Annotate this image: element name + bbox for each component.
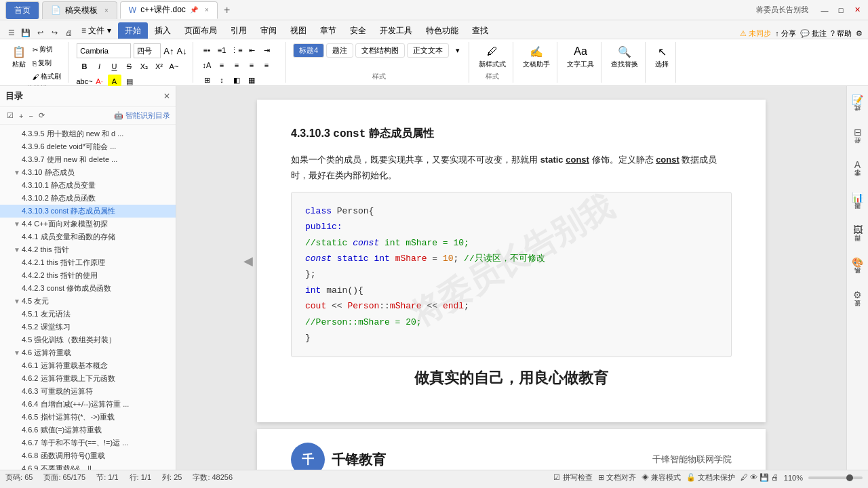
btn-indent-increase[interactable]: ⇥ [260,43,273,57]
toc-item-43101[interactable]: 4.3.10.1 静态成员变量 [0,179,176,192]
toc-item-468[interactable]: 4.6.8 函数调用符号()重载 [0,449,176,462]
toc-item-4423[interactable]: 4.4.2.3 const 修饰成员函数 [0,282,176,295]
font-size-input[interactable] [134,43,161,58]
tab-layout[interactable]: 页面布局 [178,22,224,39]
toc-item-465[interactable]: 4.6.5 指针运算符(*、->)重载 [0,411,176,424]
tab-home[interactable]: 首页 [5,1,39,19]
toc-item-4422[interactable]: 4.4.2.2 this 指针的使用 [0,269,176,282]
qa-redo[interactable]: ↪ [48,26,60,39]
toc-item-462[interactable]: 4.6.2 运算符重载上下元函数 [0,372,176,385]
btn-align-center[interactable]: ≡ [230,58,243,72]
sidebar-art-icon[interactable]: A [850,157,866,173]
tab-template[interactable]: 📄 稿夹模板 × [42,1,117,19]
window-maximize[interactable]: □ [835,5,846,16]
tab-security[interactable]: 安全 [343,22,373,39]
btn-line-spacing[interactable]: ↕ [215,73,229,87]
btn-indent-decrease[interactable]: ⇤ [245,43,258,57]
btn-subscript[interactable]: X₂ [138,60,151,73]
sidebar-settings-icon[interactable]: ⚙ [850,287,866,303]
tab-template-close[interactable]: × [104,7,108,14]
btn-text-tools[interactable]: Aa 文字工具 [564,43,597,70]
zoom-thumb[interactable] [846,474,853,481]
toc-item-453[interactable]: 4.5 强化训练（数组类封装） [0,333,176,346]
help-btn[interactable]: ? 帮助 [831,28,852,39]
btn-shading[interactable]: ◧ [230,73,243,87]
tab-view[interactable]: 视图 [283,22,313,39]
btn-list-multi[interactable]: ⋮≡ [230,43,243,57]
btn-align-justify[interactable]: ≡ [260,58,273,72]
toc-item-4395[interactable]: 4.3.9.5 用十数组的 new 和 d ... [0,127,176,140]
btn-select[interactable]: ↖ 选择 [652,43,671,70]
settings-btn[interactable]: ⚙ [856,29,863,38]
toc-item-461[interactable]: 4.6.1 运算符重载基本概念 [0,359,176,372]
qa-print[interactable]: 🖨 [62,26,75,39]
toc-item-4421[interactable]: 4.4.2.1 this 指针工作原理 [0,256,176,269]
sidebar-columns-icon[interactable]: ⊟ [850,124,866,140]
toc-collapse[interactable]: − [27,110,34,121]
toc-item-467[interactable]: 4.6.7 等于和不等于(==、!=)运 ... [0,436,176,449]
styles-more[interactable]: ▾ [451,44,465,58]
btn-align-left[interactable]: ≡ [215,58,229,72]
toc-refresh[interactable]: ⟳ [37,110,46,121]
toc-item-4397[interactable]: 4.3.9.7 使用 new 和 delete ... [0,153,176,166]
btn-strikethrough[interactable]: S [123,60,136,73]
qa-undo[interactable]: ↩ [34,26,46,39]
btn-list-bullet[interactable]: ≡• [200,43,214,57]
status-compat[interactable]: ◈ 兼容模式 [642,472,681,483]
toc-item-45[interactable]: ▼4.5 友元 [0,295,176,308]
btn-font-style[interactable]: A~ [167,60,181,73]
tab-doc[interactable]: W c++课件.doc 📌 × [120,1,218,19]
btn-borders[interactable]: ▦ [245,73,258,87]
toc-item-452[interactable]: 4.5.2 课堂练习 [0,321,176,333]
sidebar-style2-icon[interactable]: 🎨 [850,254,866,270]
toc-item-442[interactable]: ▼4.4.2 this 指针 [0,243,176,256]
font-grow-btn[interactable]: A↑ [163,46,174,56]
toc-item-43102[interactable]: 4.3.10.2 静态成员函数 [0,192,176,205]
qa-menu[interactable]: ☰ [5,26,18,39]
style-docmap[interactable]: 文档结构图 [355,43,405,58]
sync-btn[interactable]: ⚠ 未同步 [740,28,771,39]
panel-close-icon[interactable]: ✕ [163,92,170,101]
style-caption[interactable]: 题注 [326,43,353,58]
btn-copy[interactable]: ⎘复制 [30,57,64,69]
tab-doc-close[interactable]: × [205,6,209,14]
add-tab-button[interactable]: + [220,3,234,17]
toc-item-451[interactable]: 4.5.1 友元语法 [0,308,176,321]
style-body[interactable]: 正文文本 [407,43,449,58]
btn-paste[interactable]: 📋 粘贴 [9,43,28,83]
toc-item-43103[interactable]: 4.3.10.3 const 静态成员属性 [0,205,176,218]
btn-cut[interactable]: ✂剪切 [30,43,64,56]
toc-item-44[interactable]: ▼4.4 C++面向对象模型初探 [0,218,176,230]
btn-writing-helper[interactable]: ✍ 文稿助手 [520,43,553,70]
toc-item-46[interactable]: ▼4.6 运算符重载 [0,346,176,359]
tab-review[interactable]: 审阅 [254,22,283,39]
tab-doc-pin[interactable]: 📌 [190,6,198,14]
qa-save[interactable]: 💾 [20,26,32,39]
toc-item-464[interactable]: 4.6.4 自增自减(++/--)运算符重 ... [0,398,176,411]
btn-new-style[interactable]: 🖊 新样式式 [476,43,509,70]
btn-bold[interactable]: B [78,60,92,73]
font-name-input[interactable] [77,43,131,58]
status-layout[interactable]: ⊞ 文档对齐 [598,472,636,483]
tab-file[interactable]: ≡ 文件 ▾ [75,22,118,39]
tab-dev[interactable]: 开发工具 [373,22,419,39]
style-heading4[interactable]: 标题4 [293,43,324,58]
toc-item-463[interactable]: 4.6.3 可重载的运算符 [0,385,176,398]
window-minimize[interactable]: — [819,5,830,16]
btn-format-copy[interactable]: 🖌格式刷 [30,70,64,83]
toc-item-4396[interactable]: 4.3.9.6 delete void*可能会 ... [0,140,176,153]
tab-find[interactable]: 查找 [465,22,495,39]
toc-expand[interactable]: + [18,110,24,121]
btn-align-right[interactable]: ≡ [245,58,258,72]
btn-superscript[interactable]: X² [153,60,166,73]
document-area[interactable]: 将委员长告别我 ◀ 4.3.10.3 const 静态成员属性 如果一个类的成员… [176,86,846,470]
toc-item-4310[interactable]: ▼4.3.10 静态成员 [0,166,176,179]
status-spell[interactable]: ☑ 拼写检查 [553,472,592,483]
btn-italic[interactable]: I [93,60,106,73]
toc-item-441[interactable]: 4.4.1 成员变量和函数的存储 [0,230,176,243]
tab-chapter[interactable]: 章节 [313,22,343,39]
btn-list-number[interactable]: ≡1 [215,43,229,57]
share-btn[interactable]: ↑ 分享 [775,28,796,39]
sidebar-style-icon[interactable]: 📝 [850,92,866,108]
comment-btn[interactable]: 💬 批注 [800,28,827,39]
